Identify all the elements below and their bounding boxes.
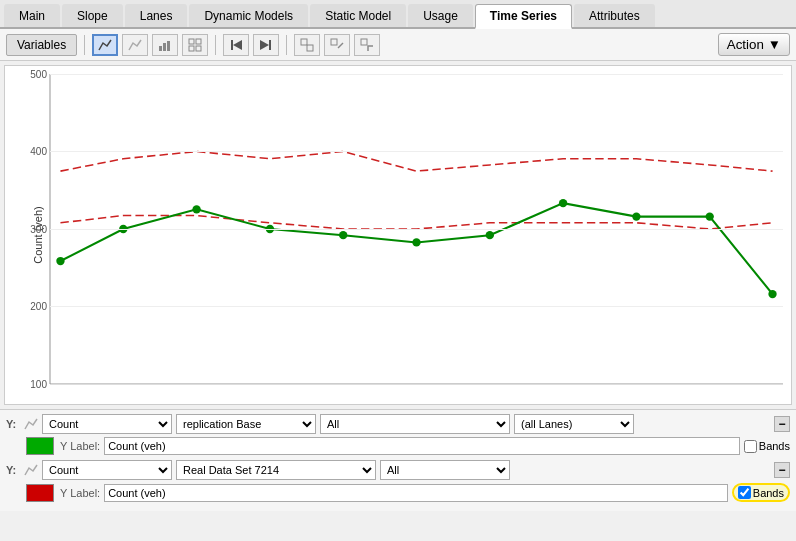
bar-chart-icon[interactable] [152, 34, 178, 56]
overlay2-icon[interactable] [324, 34, 350, 56]
svg-rect-11 [301, 39, 307, 45]
svg-marker-10 [260, 40, 269, 50]
y-label-2: Y: [6, 464, 20, 476]
series-icon-2 [24, 463, 38, 477]
svg-rect-0 [159, 46, 162, 51]
tab-dynamic-models[interactable]: Dynamic Models [189, 4, 308, 27]
separator3 [286, 35, 287, 55]
grid-icon[interactable] [182, 34, 208, 56]
chart-inner: 500 400 300 200 100 [50, 74, 783, 384]
bands-wrap-2: Bands [732, 483, 790, 502]
data-row-1: Y: Count replication Base All (all Lanes… [6, 414, 790, 434]
svg-point-26 [706, 212, 714, 220]
label-row-2: Y Label: Bands [6, 483, 790, 502]
bands-checkbox-2[interactable] [738, 486, 751, 499]
svg-point-22 [412, 238, 420, 246]
svg-point-27 [768, 290, 776, 298]
y-label-text-1: Y Label: [60, 440, 100, 452]
svg-point-19 [192, 205, 200, 213]
y-label-input-2[interactable] [104, 484, 728, 502]
svg-rect-3 [189, 39, 194, 44]
tab-static-model[interactable]: Static Model [310, 4, 406, 27]
svg-rect-4 [196, 39, 201, 44]
svg-point-24 [559, 199, 567, 207]
first-icon[interactable] [223, 34, 249, 56]
data-row-2: Y: Count Real Data Set 7214 All − [6, 460, 790, 480]
svg-point-25 [632, 212, 640, 220]
svg-marker-8 [233, 40, 242, 50]
svg-rect-1 [163, 43, 166, 51]
y-label-input-1[interactable] [104, 437, 740, 455]
action-dropdown-icon: ▼ [768, 37, 781, 52]
bands-label-2: Bands [753, 487, 784, 499]
tab-bar: Main Slope Lanes Dynamic Models Static M… [0, 0, 796, 29]
remove-row-1-button[interactable]: − [774, 416, 790, 432]
color-box-1 [26, 437, 54, 455]
svg-rect-14 [361, 39, 367, 45]
y-label-1: Y: [6, 418, 20, 430]
variables-button[interactable]: Variables [6, 34, 77, 56]
bands-wrap-1: Bands [744, 440, 790, 453]
svg-point-17 [56, 257, 64, 265]
tab-attributes[interactable]: Attributes [574, 4, 655, 27]
action-label: Action [727, 37, 764, 52]
overlay3-icon[interactable] [354, 34, 380, 56]
line-chart-icon[interactable] [92, 34, 118, 56]
series-select-2[interactable]: Count [42, 460, 172, 480]
tab-lanes[interactable]: Lanes [125, 4, 188, 27]
remove-row-2-button[interactable]: − [774, 462, 790, 478]
line-chart-gray-icon[interactable] [122, 34, 148, 56]
dataset-select-1[interactable]: replication Base [176, 414, 316, 434]
svg-rect-13 [331, 39, 337, 45]
svg-rect-7 [231, 40, 233, 50]
tab-slope[interactable]: Slope [62, 4, 123, 27]
svg-rect-6 [196, 46, 201, 51]
action-button[interactable]: Action ▼ [718, 33, 790, 56]
label-row-1: Y Label: Bands [6, 437, 790, 455]
filter1-select-2[interactable]: All [380, 460, 510, 480]
svg-point-21 [339, 231, 347, 239]
toolbar: Variables Action ▼ [0, 29, 796, 61]
last-icon[interactable] [253, 34, 279, 56]
bands-label-1: Bands [759, 440, 790, 452]
svg-rect-2 [167, 41, 170, 51]
tab-time-series[interactable]: Time Series [475, 4, 572, 29]
bottom-panels: Y: Count replication Base All (all Lanes… [0, 409, 796, 511]
y-label-text-2: Y Label: [60, 487, 100, 499]
series-select-1[interactable]: Count [42, 414, 172, 434]
tab-main[interactable]: Main [4, 4, 60, 27]
series-icon-1 [24, 417, 38, 431]
filter2-select-1[interactable]: (all Lanes) [514, 414, 634, 434]
svg-point-23 [486, 231, 494, 239]
color-box-2 [26, 484, 54, 502]
tab-usage[interactable]: Usage [408, 4, 473, 27]
overlay1-icon[interactable] [294, 34, 320, 56]
chart-area: Count (veh) 500 400 300 200 100 [4, 65, 792, 405]
separator [84, 35, 85, 55]
filter1-select-1[interactable]: All [320, 414, 510, 434]
separator2 [215, 35, 216, 55]
dataset-select-2[interactable]: Real Data Set 7214 [176, 460, 376, 480]
bands-checkbox-1[interactable] [744, 440, 757, 453]
svg-rect-9 [269, 40, 271, 50]
svg-rect-12 [307, 45, 313, 51]
y-axis-label: Count (veh) [32, 206, 44, 263]
svg-rect-5 [189, 46, 194, 51]
